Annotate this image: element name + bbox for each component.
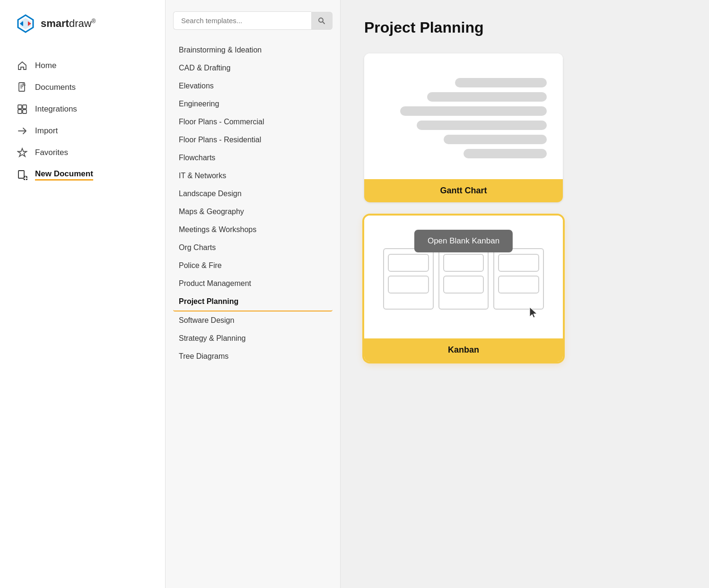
kanban-column-3	[493, 248, 544, 310]
sidebar-item-import[interactable]: Import	[0, 120, 165, 142]
template-item-flowcharts[interactable]: Flowcharts	[173, 149, 333, 167]
smartdraw-logo-icon	[15, 13, 36, 34]
template-item-it-networks[interactable]: IT & Networks	[173, 167, 333, 185]
kanban-column-1	[383, 248, 434, 310]
search-input[interactable]	[173, 11, 311, 30]
sidebar-item-label-home: Home	[35, 61, 56, 70]
sidebar-item-integrations[interactable]: Integrations	[0, 98, 165, 120]
template-item-project-planning[interactable]: Project Planning	[173, 293, 333, 311]
gantt-row-2	[380, 92, 547, 102]
logo-text: smartdraw®	[41, 17, 96, 30]
open-blank-kanban-button[interactable]: Open Blank Kanban	[414, 230, 513, 252]
template-item-floor-residential[interactable]: Floor Plans - Residential	[173, 131, 333, 149]
template-item-maps[interactable]: Maps & Geography	[173, 203, 333, 221]
kanban-label: Kanban	[364, 338, 563, 362]
gantt-preview-area	[364, 53, 563, 179]
template-item-elevations[interactable]: Elevations	[173, 77, 333, 95]
gantt-row-5	[380, 135, 547, 144]
star-icon	[17, 147, 27, 158]
main-content: Project Planning	[341, 0, 709, 588]
template-item-landscape[interactable]: Landscape Design	[173, 185, 333, 203]
template-item-cad[interactable]: CAD & Drafting	[173, 59, 333, 77]
template-item-software[interactable]: Software Design	[173, 311, 333, 329]
gantt-chart-preview	[376, 69, 551, 168]
kanban-card-item-2	[388, 276, 429, 294]
kanban-card-item-5	[498, 254, 539, 272]
home-icon	[17, 61, 27, 71]
sidebar-item-label-import: Import	[35, 126, 58, 136]
template-item-product[interactable]: Product Management	[173, 275, 333, 293]
gantt-row-4	[380, 121, 547, 130]
document-icon	[17, 82, 27, 93]
svg-rect-5	[18, 105, 22, 109]
kanban-card-item-6	[498, 276, 539, 294]
page-title: Project Planning	[364, 19, 685, 36]
gantt-row-6	[380, 149, 547, 158]
template-item-brainstorming[interactable]: Brainstorming & Ideation	[173, 41, 333, 59]
svg-rect-7	[18, 110, 22, 113]
sidebar-item-documents[interactable]: Documents	[0, 77, 165, 98]
import-icon	[17, 126, 27, 136]
kanban-column-2	[438, 248, 489, 310]
svg-rect-9	[18, 171, 24, 178]
search-button[interactable]	[311, 12, 333, 30]
template-item-meetings[interactable]: Meetings & Workshops	[173, 221, 333, 239]
nav-menu: Home Documents In	[0, 47, 165, 194]
logo-area: smartdraw®	[0, 0, 165, 47]
search-bar	[173, 11, 333, 30]
kanban-preview-area: Open Blank Kanban	[364, 216, 563, 338]
kanban-card[interactable]: Open Blank Kanban	[364, 216, 563, 362]
kanban-card-item-4	[443, 276, 484, 294]
sidebar-item-new-document[interactable]: New Document	[0, 164, 165, 186]
sidebar: smartdraw® Home Documents	[0, 0, 166, 588]
template-item-floor-commercial[interactable]: Floor Plans - Commercial	[173, 113, 333, 131]
svg-rect-4	[19, 83, 25, 91]
new-document-icon	[17, 170, 27, 180]
template-item-engineering[interactable]: Engineering	[173, 95, 333, 113]
gantt-row-3	[380, 106, 547, 116]
sidebar-item-favorites[interactable]: Favorites	[0, 142, 165, 164]
template-list: Brainstorming & Ideation CAD & Drafting …	[173, 41, 333, 365]
svg-rect-6	[23, 105, 26, 109]
template-item-tree[interactable]: Tree Diagrams	[173, 347, 333, 365]
template-item-org-charts[interactable]: Org Charts	[173, 239, 333, 257]
kanban-card-item-3	[443, 254, 484, 272]
gantt-chart-label: Gantt Chart	[364, 179, 563, 202]
sidebar-item-label-favorites: Favorites	[35, 148, 68, 157]
sidebar-item-label-documents: Documents	[35, 83, 76, 92]
gantt-chart-card[interactable]: Gantt Chart	[364, 53, 563, 202]
kanban-card-item-1	[388, 254, 429, 272]
search-icon	[318, 17, 325, 25]
template-item-strategy[interactable]: Strategy & Planning	[173, 329, 333, 347]
card-grid: Gantt Chart Open Blank Kanban	[364, 53, 685, 362]
gantt-row-1	[380, 78, 547, 87]
template-item-police[interactable]: Police & Fire	[173, 257, 333, 275]
sidebar-item-label-integrations: Integrations	[35, 104, 77, 114]
middle-panel: Brainstorming & Ideation CAD & Drafting …	[166, 0, 341, 588]
svg-rect-8	[23, 110, 26, 113]
integrations-icon	[17, 104, 27, 114]
sidebar-item-home[interactable]: Home	[0, 55, 165, 77]
sidebar-item-label-new-document: New Document	[35, 169, 93, 181]
